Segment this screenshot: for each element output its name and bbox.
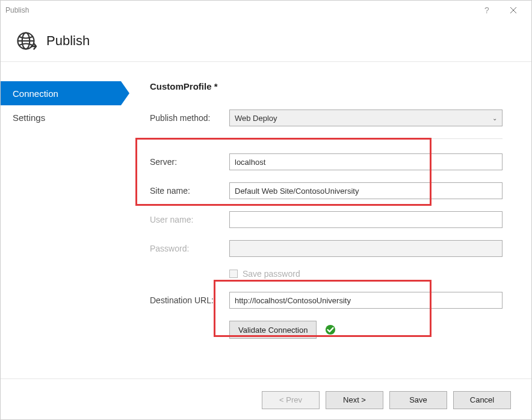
server-label: Server:: [150, 157, 229, 167]
validate-connection-label: Validate Connection: [238, 326, 308, 335]
site-name-label: Site name:: [150, 186, 229, 196]
nav-settings-label: Settings: [13, 113, 45, 123]
publish-method-value: Web Deploy: [235, 114, 277, 123]
next-label: Next >: [343, 395, 366, 404]
footer: < Prev Next > Save Cancel: [1, 378, 531, 420]
save-password-label: Save password: [243, 269, 300, 279]
publish-globe-icon: [15, 30, 37, 52]
prev-button: < Prev: [262, 391, 320, 409]
server-input[interactable]: [229, 153, 503, 170]
close-button[interactable]: [500, 1, 527, 20]
nav-settings[interactable]: Settings: [1, 105, 121, 129]
prev-label: < Prev: [279, 395, 302, 404]
destination-url-label: Destination URL:: [150, 295, 229, 305]
cancel-button[interactable]: Cancel: [453, 391, 511, 409]
cancel-label: Cancel: [470, 395, 494, 404]
sidebar: Connection Settings: [1, 62, 121, 378]
validate-connection-button[interactable]: Validate Connection: [229, 321, 317, 339]
close-icon: [510, 7, 517, 14]
content: CustomProfile * Publish method: Web Depl…: [121, 62, 531, 378]
chevron-down-icon: ⌄: [492, 115, 497, 122]
save-label: Save: [409, 395, 427, 404]
user-name-label: User name:: [150, 215, 229, 224]
header: Publish: [1, 20, 531, 62]
destination-url-input[interactable]: [229, 292, 503, 309]
window-title: Publish: [5, 6, 474, 14]
divider: [150, 138, 503, 139]
nav-connection[interactable]: Connection: [1, 81, 121, 105]
help-button[interactable]: ?: [474, 1, 500, 20]
user-name-input[interactable]: [229, 211, 503, 228]
publish-method-select[interactable]: Web Deploy ⌄: [229, 110, 503, 126]
nav-connection-label: Connection: [13, 88, 58, 99]
password-input[interactable]: [229, 240, 503, 257]
save-password-checkbox[interactable]: [229, 270, 238, 278]
next-button[interactable]: Next >: [326, 391, 383, 409]
password-label: Password:: [150, 244, 229, 253]
success-check-icon: [325, 324, 336, 335]
save-button[interactable]: Save: [389, 391, 447, 409]
titlebar: Publish ?: [1, 1, 531, 20]
publish-method-label: Publish method:: [150, 113, 229, 123]
site-name-input[interactable]: [229, 182, 503, 199]
profile-name: CustomProfile *: [150, 81, 503, 91]
page-title: Publish: [46, 33, 90, 49]
